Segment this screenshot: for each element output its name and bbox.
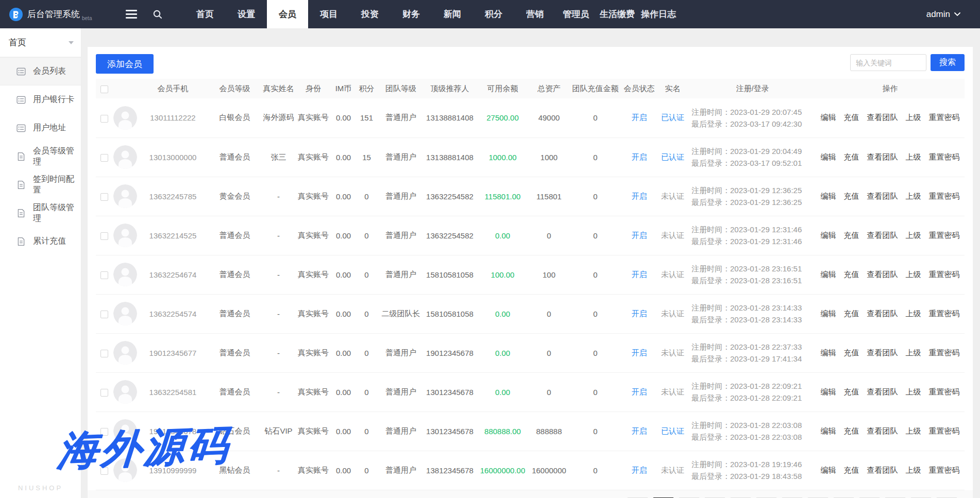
action-link[interactable]: 查看团队 bbox=[867, 426, 898, 436]
nav-item[interactable]: 首页 bbox=[184, 0, 226, 28]
status-toggle[interactable]: 开启 bbox=[632, 309, 647, 318]
action-link[interactable]: 充值 bbox=[844, 387, 859, 397]
action-link[interactable]: 上级 bbox=[906, 426, 921, 436]
nav-item[interactable]: 管理员 bbox=[555, 0, 597, 28]
action-link[interactable]: 查看团队 bbox=[867, 348, 898, 358]
verified-badge[interactable]: 已认证 bbox=[661, 113, 684, 122]
nav-item[interactable]: 积分 bbox=[473, 0, 514, 28]
nav-item[interactable]: 设置 bbox=[226, 0, 267, 28]
action-link[interactable]: 编辑 bbox=[821, 426, 836, 436]
action-link[interactable]: 充值 bbox=[844, 192, 859, 201]
verified-badge[interactable]: 未认证 bbox=[661, 231, 684, 239]
sidebar-item[interactable]: 会员等级管理 bbox=[0, 142, 81, 170]
sidebar-item[interactable]: 团队等级管理 bbox=[0, 199, 81, 227]
row-checkbox[interactable] bbox=[100, 311, 108, 318]
action-link[interactable]: 编辑 bbox=[821, 231, 836, 241]
keyword-input[interactable] bbox=[850, 54, 926, 71]
search-button[interactable]: 搜索 bbox=[931, 54, 965, 71]
sidebar-item[interactable]: 累计充值 bbox=[0, 227, 81, 255]
status-toggle[interactable]: 开启 bbox=[632, 192, 647, 200]
sidebar-item[interactable]: 会员列表 bbox=[0, 57, 81, 85]
action-link[interactable]: 充值 bbox=[844, 426, 859, 436]
action-link[interactable]: 重置密码 bbox=[929, 387, 960, 397]
row-checkbox[interactable] bbox=[100, 389, 108, 397]
row-checkbox[interactable] bbox=[100, 193, 108, 201]
nav-item[interactable]: 项目 bbox=[308, 0, 349, 28]
verified-badge[interactable]: 未认证 bbox=[661, 466, 684, 474]
add-member-button[interactable]: 添加会员 bbox=[96, 54, 154, 74]
action-link[interactable]: 编辑 bbox=[821, 192, 836, 201]
action-link[interactable]: 充值 bbox=[844, 152, 859, 162]
menu-toggle-icon[interactable] bbox=[119, 0, 144, 28]
verified-badge[interactable]: 未认证 bbox=[661, 270, 684, 279]
action-link[interactable]: 编辑 bbox=[821, 348, 836, 358]
action-link[interactable]: 充值 bbox=[844, 348, 859, 358]
action-link[interactable]: 编辑 bbox=[821, 152, 836, 162]
row-checkbox[interactable] bbox=[100, 154, 108, 162]
action-link[interactable]: 上级 bbox=[906, 113, 921, 123]
action-link[interactable]: 重置密码 bbox=[929, 152, 960, 162]
action-link[interactable]: 查看团队 bbox=[867, 309, 898, 319]
status-toggle[interactable]: 开启 bbox=[632, 152, 647, 161]
row-checkbox[interactable] bbox=[100, 467, 108, 475]
select-all-checkbox[interactable] bbox=[100, 85, 108, 93]
action-link[interactable]: 充值 bbox=[844, 231, 859, 241]
status-toggle[interactable]: 开启 bbox=[632, 426, 647, 435]
action-link[interactable]: 编辑 bbox=[821, 466, 836, 475]
status-toggle[interactable]: 开启 bbox=[632, 348, 647, 357]
status-toggle[interactable]: 开启 bbox=[632, 466, 647, 474]
action-link[interactable]: 查看团队 bbox=[867, 270, 898, 280]
action-link[interactable]: 充值 bbox=[844, 270, 859, 280]
search-icon[interactable] bbox=[144, 0, 170, 28]
action-link[interactable]: 查看团队 bbox=[867, 152, 898, 162]
action-link[interactable]: 上级 bbox=[906, 348, 921, 358]
action-link[interactable]: 上级 bbox=[906, 152, 921, 162]
action-link[interactable]: 重置密码 bbox=[929, 192, 960, 201]
action-link[interactable]: 上级 bbox=[906, 466, 921, 475]
action-link[interactable]: 编辑 bbox=[821, 113, 836, 123]
action-link[interactable]: 重置密码 bbox=[929, 348, 960, 358]
user-menu[interactable]: admin bbox=[926, 0, 980, 28]
verified-badge[interactable]: 未认证 bbox=[661, 192, 684, 200]
action-link[interactable]: 上级 bbox=[906, 309, 921, 319]
action-link[interactable]: 充值 bbox=[844, 466, 859, 475]
row-checkbox[interactable] bbox=[100, 115, 108, 123]
action-link[interactable]: 重置密码 bbox=[929, 231, 960, 241]
sidebar-item[interactable]: 用户银行卡 bbox=[0, 85, 81, 114]
sidebar-item[interactable]: 签到时间配置 bbox=[0, 170, 81, 199]
nav-item[interactable]: 投资 bbox=[349, 0, 391, 28]
sidebar-header[interactable]: 首页 bbox=[0, 28, 81, 57]
action-link[interactable]: 查看团队 bbox=[867, 113, 898, 123]
action-link[interactable]: 查看团队 bbox=[867, 231, 898, 241]
action-link[interactable]: 上级 bbox=[906, 387, 921, 397]
verified-badge[interactable]: 已认证 bbox=[661, 426, 684, 435]
sidebar-item[interactable]: 用户地址 bbox=[0, 114, 81, 142]
status-toggle[interactable]: 开启 bbox=[632, 387, 647, 396]
nav-item[interactable]: 营销 bbox=[514, 0, 555, 28]
row-checkbox[interactable] bbox=[100, 271, 108, 279]
status-toggle[interactable]: 开启 bbox=[632, 270, 647, 279]
nav-item[interactable]: 会员 bbox=[267, 0, 308, 28]
nav-item[interactable]: 操作日志 bbox=[638, 0, 679, 28]
action-link[interactable]: 查看团队 bbox=[867, 466, 898, 475]
row-checkbox[interactable] bbox=[100, 350, 108, 357]
action-link[interactable]: 查看团队 bbox=[867, 387, 898, 397]
verified-badge[interactable]: 已认证 bbox=[661, 152, 684, 161]
action-link[interactable]: 查看团队 bbox=[867, 192, 898, 201]
action-link[interactable]: 重置密码 bbox=[929, 426, 960, 436]
verified-badge[interactable]: 未认证 bbox=[661, 309, 684, 318]
verified-badge[interactable]: 未认证 bbox=[661, 387, 684, 396]
status-toggle[interactable]: 开启 bbox=[632, 113, 647, 122]
action-link[interactable]: 上级 bbox=[906, 192, 921, 201]
action-link[interactable]: 编辑 bbox=[821, 309, 836, 319]
action-link[interactable]: 重置密码 bbox=[929, 466, 960, 475]
action-link[interactable]: 重置密码 bbox=[929, 113, 960, 123]
action-link[interactable]: 重置密码 bbox=[929, 309, 960, 319]
nav-item[interactable]: 财务 bbox=[391, 0, 432, 28]
action-link[interactable]: 编辑 bbox=[821, 387, 836, 397]
action-link[interactable]: 重置密码 bbox=[929, 270, 960, 280]
nav-item[interactable]: 生活缴费 bbox=[597, 0, 638, 28]
action-link[interactable]: 编辑 bbox=[821, 270, 836, 280]
row-checkbox[interactable] bbox=[100, 232, 108, 240]
action-link[interactable]: 充值 bbox=[844, 309, 859, 319]
